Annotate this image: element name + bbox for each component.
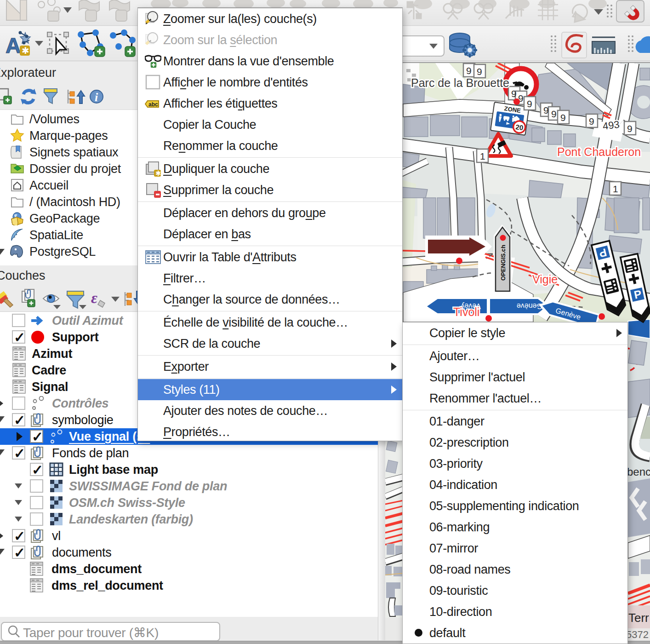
svg-text:9: 9 — [527, 98, 532, 109]
svg-text:OPENGIS.ch: OPENGIS.ch — [500, 245, 507, 281]
svg-text:493: 493 — [602, 119, 620, 132]
svg-text:Parc de la Brouette: Parc de la Brouette — [411, 76, 509, 89]
svg-text:Pont Chauderon: Pont Chauderon — [557, 145, 641, 158]
svg-text:9: 9 — [589, 116, 594, 126]
svg-text:abc: abc — [148, 101, 158, 108]
svg-text:✱: ✱ — [22, 46, 29, 56]
svg-text:i: i — [95, 91, 98, 104]
svg-text:5372: 5372 — [626, 629, 649, 640]
svg-text:9: 9 — [543, 105, 549, 115]
svg-text:9: 9 — [560, 112, 566, 123]
svg-text:Terr: Terr — [628, 611, 649, 625]
svg-text:1: 1 — [480, 151, 485, 161]
svg-text:9: 9 — [466, 65, 472, 76]
svg-text:9: 9 — [477, 66, 482, 77]
svg-text:Tivoli: Tivoli — [453, 305, 479, 318]
svg-text:ε: ε — [91, 289, 97, 306]
svg-text:1: 1 — [613, 184, 618, 194]
svg-text:A: A — [6, 34, 21, 58]
svg-text:9: 9 — [511, 88, 517, 99]
svg-text:9: 9 — [551, 109, 557, 119]
svg-text:benc: benc — [627, 466, 650, 478]
svg-text:20: 20 — [515, 123, 524, 132]
svg-text:Vigie: Vigie — [532, 273, 558, 286]
svg-text:9: 9 — [627, 123, 633, 134]
svg-text:✱: ✱ — [155, 169, 161, 177]
svg-text:Genève: Genève — [517, 302, 542, 310]
